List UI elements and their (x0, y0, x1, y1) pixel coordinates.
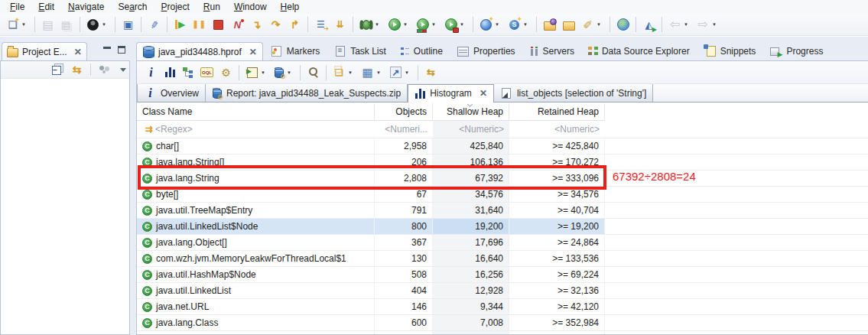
inner-tab-histogram[interactable]: Histogram✕ (408, 84, 494, 102)
inner-tab-overview[interactable]: Overview (137, 84, 206, 102)
run-on-server-button[interactable]: ▼ (476, 16, 505, 34)
menu-window[interactable]: Window (227, 1, 274, 14)
tab-project-explorer[interactable]: Project E... ✕ (2, 42, 87, 60)
collapse-all-button[interactable] (47, 61, 66, 79)
tab-hprof-editor[interactable]: java_pid34488.hprof ✕ (136, 42, 263, 60)
compare-button[interactable] (421, 63, 441, 81)
open-web-browser-button[interactable] (613, 16, 632, 34)
view-menu-icon[interactable] (120, 68, 126, 72)
heap-dump-button[interactable]: ▼ (271, 63, 297, 81)
dropdown-arrow-icon[interactable]: ▼ (405, 70, 411, 75)
filter-name-input[interactable]: <Regex> (137, 121, 375, 138)
profile-button[interactable]: ▼ (441, 16, 470, 34)
menu-file[interactable]: File (3, 1, 31, 14)
step-into-button[interactable] (247, 16, 266, 34)
calculate-button[interactable]: ▼ (358, 63, 386, 81)
forward-button[interactable]: ▼ (694, 16, 722, 34)
filter-objects-input[interactable]: <Numeri... (375, 121, 433, 138)
dropdown-arrow-icon[interactable]: ▼ (495, 22, 502, 27)
column-header-shallow[interactable]: Shallow Heap (433, 103, 509, 121)
inner-tab-list_objects[interactable]: list_objects [selection of 'String'] (494, 84, 653, 102)
tab-progress[interactable]: Progress (762, 42, 830, 60)
menu-navigate[interactable]: Navigate (61, 1, 111, 14)
close-icon[interactable]: ✕ (74, 47, 82, 57)
dropdown-arrow-icon[interactable]: ▼ (403, 22, 410, 27)
tab-data-source-explorer[interactable]: Data Source Explorer (581, 42, 697, 60)
column-header-name[interactable]: Class Name (137, 103, 375, 121)
tab-snippets[interactable]: Snippets (697, 42, 763, 60)
menu-project[interactable]: Project (154, 1, 196, 14)
menu-run[interactable]: Run (197, 1, 227, 14)
terminate-button[interactable] (209, 16, 228, 34)
table-row[interactable]: Cjava.util.HashMap$Node50816,256>= 69,22… (137, 267, 868, 283)
open-folder-button[interactable] (559, 16, 578, 34)
filter-shallow-input[interactable]: <Numeric> (433, 121, 509, 138)
dropdown-arrow-icon[interactable]: ▼ (287, 70, 294, 75)
minimize-icon[interactable] (103, 47, 111, 54)
tab-servers[interactable]: Servers (522, 42, 581, 60)
export-button[interactable]: ▼ (386, 63, 414, 81)
table-row[interactable]: Cjava.lang.Object[]36717,696>= 24,864 (137, 235, 868, 251)
table-row[interactable]: Ccom.wzh.jvm.MemoryLeakwForThreadLocal$1… (137, 251, 868, 267)
table-row[interactable]: Cjava.lang.Class6007,008>= 352,984 (137, 315, 868, 331)
dropdown-arrow-icon[interactable]: ▼ (431, 22, 438, 27)
save-all-button[interactable] (57, 16, 76, 34)
table-row[interactable]: Cjava.util.HashMap$Node[]646,080>= 70,01… (137, 331, 868, 334)
table-row[interactable]: Cjava.util.TreeMap$Entry79131,640>= 40,7… (137, 203, 868, 219)
save-button[interactable] (38, 16, 57, 34)
run-expert-button[interactable]: ▼ (242, 63, 271, 81)
suspend-button[interactable] (190, 16, 209, 34)
oql-button[interactable] (197, 63, 216, 81)
open-console-button[interactable] (119, 16, 138, 34)
dropdown-arrow-icon[interactable]: ▼ (348, 70, 355, 75)
histogram-button[interactable] (161, 63, 179, 81)
run-circle-button[interactable]: ▼ (385, 16, 413, 34)
external-tools-button[interactable] (639, 16, 658, 34)
search-query-button[interactable] (304, 63, 323, 81)
tab-markers[interactable]: Markers (263, 42, 327, 60)
filter-retained-input[interactable]: <Numeric> (509, 121, 605, 138)
highlight-button[interactable]: ▼ (578, 16, 606, 34)
dropdown-arrow-icon[interactable]: ▼ (21, 22, 28, 27)
dropdown-arrow-icon[interactable]: ▼ (597, 22, 603, 27)
table-row[interactable]: Cjava.net.URL1469,344>= 42,120 (137, 299, 868, 315)
web-service-button[interactable]: ▼ (505, 16, 533, 34)
pin-editor-button[interactable] (145, 16, 164, 34)
table-row[interactable]: Cjava.util.LinkedList40412,928>= 32,136 (137, 283, 868, 299)
tab-task-list[interactable]: Task List (327, 42, 393, 60)
coverage-button[interactable]: ▼ (413, 16, 441, 34)
dominator-tree-button[interactable] (179, 63, 197, 81)
group-result-button[interactable]: ▼ (330, 63, 358, 81)
info-button[interactable] (141, 63, 161, 81)
disconnect-button[interactable] (228, 16, 247, 34)
menu-help[interactable]: Help (274, 1, 307, 14)
close-icon[interactable]: ✕ (249, 47, 257, 57)
table-row[interactable]: Cjava.util.LinkedList$Node80019,200>= 19… (137, 219, 868, 235)
column-header-objects[interactable]: Objects (375, 103, 433, 121)
link-editor-button[interactable] (67, 61, 86, 79)
dropdown-arrow-icon[interactable]: ▼ (375, 22, 382, 27)
user-account-button[interactable]: ▼ (83, 16, 112, 34)
view-circles-button[interactable] (95, 61, 114, 79)
step-over-button[interactable] (266, 16, 285, 34)
resume-button[interactable] (171, 16, 190, 34)
back-button[interactable]: ▼ (665, 16, 694, 34)
dropdown-arrow-icon[interactable]: ▼ (684, 22, 691, 27)
new-wizard-button[interactable]: ▼ (3, 16, 31, 34)
menu-search[interactable]: Search (111, 1, 154, 14)
step-return-button[interactable] (285, 16, 304, 34)
debug-button[interactable]: ▼ (356, 16, 385, 34)
dropdown-arrow-icon[interactable]: ▼ (261, 70, 268, 75)
tab-properties[interactable]: Properties (450, 42, 522, 60)
column-header-retained[interactable]: Retained Heap (509, 103, 605, 121)
dropdown-arrow-icon[interactable]: ▼ (376, 70, 383, 75)
table-row[interactable]: Cchar[]2,958425,840>= 425,840 (137, 138, 868, 154)
dropdown-arrow-icon[interactable]: ▼ (102, 22, 109, 27)
menu-edit[interactable]: Edit (31, 1, 61, 14)
close-icon[interactable]: ✕ (480, 89, 487, 98)
drop-to-frame-button[interactable] (330, 16, 349, 34)
dropdown-arrow-icon[interactable]: ▼ (712, 22, 719, 27)
import-project-button[interactable] (540, 16, 559, 34)
inner-tab-report[interactable]: Report: java_pid34488_Leak_Suspects.zip (206, 84, 408, 102)
dropdown-arrow-icon[interactable]: ▼ (460, 22, 467, 27)
